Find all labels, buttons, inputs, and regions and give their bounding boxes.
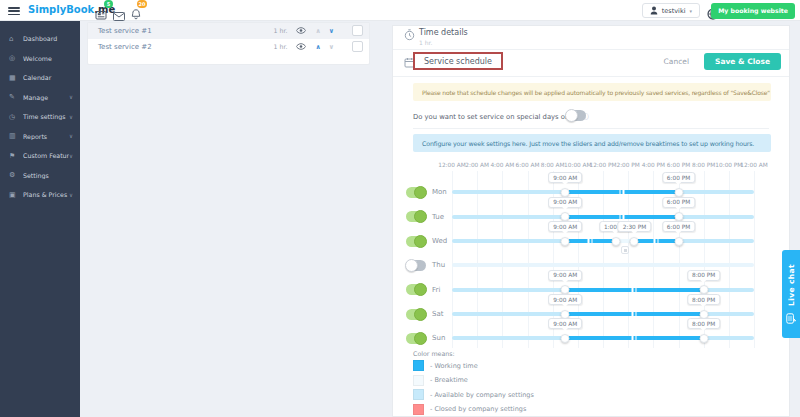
slider-handle[interactable]	[674, 212, 683, 221]
legend-swatch	[413, 404, 424, 415]
legend-row: - Working time	[413, 360, 534, 371]
eye-icon[interactable]	[296, 43, 306, 50]
legend-swatch	[413, 360, 424, 371]
day-toggle-sat[interactable]	[406, 309, 426, 320]
move-up-icon[interactable]: ∧	[315, 27, 320, 35]
divider	[393, 49, 789, 50]
day-toggle-wed[interactable]	[406, 236, 426, 247]
special-days-toggle[interactable]	[566, 110, 586, 121]
segment-drag-grip[interactable]	[653, 238, 660, 245]
day-label: Sat	[432, 310, 443, 318]
slider-handle[interactable]	[699, 334, 708, 343]
move-down-icon[interactable]: ∨	[329, 43, 334, 51]
time-slider-track[interactable]	[452, 190, 754, 194]
slider-handle[interactable]	[630, 237, 639, 246]
chevron-down-icon: ∨	[69, 153, 73, 159]
time-details-title[interactable]: Time details	[419, 28, 468, 37]
sidebar-item-label: Reports	[23, 133, 69, 140]
slider-handle[interactable]	[561, 237, 570, 246]
service-checkbox[interactable]	[352, 41, 363, 52]
news-icon	[95, 10, 107, 20]
day-toggle-mon[interactable]	[406, 187, 426, 198]
slider-handle[interactable]	[674, 237, 683, 246]
my-booking-website-button[interactable]: My booking website	[711, 3, 795, 19]
legend-label: - Working time	[430, 362, 478, 370]
legend-swatch	[413, 375, 424, 386]
save-close-button[interactable]: Save & Close	[704, 53, 781, 70]
sidebar-item-dashboard[interactable]: ⌂Dashboard	[0, 29, 80, 49]
slider-handle[interactable]	[699, 285, 708, 294]
day-row-thu: Thu	[393, 255, 791, 275]
day-toggle-fri[interactable]	[406, 284, 426, 295]
sidebar-item-manage[interactable]: ✎Manage∨	[0, 88, 80, 108]
slider-handle[interactable]	[561, 285, 570, 294]
divider	[413, 128, 769, 129]
bell-icon	[131, 9, 141, 20]
hamburger-menu-icon[interactable]	[8, 7, 20, 15]
messages-button[interactable]	[113, 6, 125, 25]
sidebar-item-time-settings[interactable]: ◷Time settings∨	[0, 107, 80, 127]
segment-drag-grip[interactable]	[587, 238, 594, 245]
sidebar-item-label: Manage	[23, 94, 69, 101]
day-toggle-sun[interactable]	[406, 333, 426, 344]
segment-drag-grip[interactable]	[631, 311, 638, 318]
move-down-icon[interactable]: ∨	[329, 27, 334, 35]
time-bubble: 9:00 AM	[548, 270, 582, 281]
user-menu-button[interactable]: testviki ▾	[642, 3, 700, 18]
service-row[interactable]: Test service #11 hr.∧∨	[88, 23, 369, 39]
axis-tick-label: 2:00 AM	[465, 162, 489, 168]
sidebar-item-custom-features[interactable]: ⚑Custom Features∨	[0, 146, 80, 166]
time-slider-track	[452, 263, 754, 267]
slider-handle[interactable]	[561, 212, 570, 221]
chevron-down-icon: ∨	[69, 192, 73, 198]
day-toggle-tue[interactable]	[406, 211, 426, 222]
sidebar-item-calendar[interactable]: ▦Calendar	[0, 68, 80, 88]
time-bubble: 6:00 PM	[662, 197, 695, 208]
time-slider-track[interactable]	[452, 215, 754, 219]
move-up-icon[interactable]: ∧	[315, 43, 320, 51]
logo-text-simplybook: SimplyBook	[28, 4, 94, 15]
eye-icon[interactable]	[296, 27, 306, 34]
service-name: Test service #2	[98, 43, 273, 51]
sidebar-item-reports[interactable]: ▥Reports∨	[0, 127, 80, 147]
slider-handle[interactable]	[611, 237, 620, 246]
dashboard-icon: ⌂	[9, 35, 23, 43]
segment-drag-grip[interactable]	[618, 189, 625, 196]
divider	[393, 76, 789, 77]
welcome-icon: ◎	[9, 54, 23, 62]
segment-drag-grip[interactable]	[631, 335, 638, 342]
live-chat-tab[interactable]: Live chat	[782, 250, 800, 338]
news-button[interactable]: 5	[95, 5, 107, 24]
service-checkbox[interactable]	[352, 25, 363, 36]
cancel-button[interactable]: Cancel	[664, 57, 689, 66]
sidebar-item-label: Calendar	[23, 74, 73, 81]
week-schedule: 12:00 AM2:00 AM4:00 AM6:00 AM8:00 AM10:0…	[393, 161, 791, 417]
sidebar-item-settings[interactable]: ⚙Settings	[0, 166, 80, 186]
legend-row: - Closed by company settings	[413, 404, 534, 415]
schedule-warning-notice: Please note that schedule changes will b…	[413, 83, 771, 101]
remove-breaktime-button[interactable]	[621, 246, 629, 254]
service-row[interactable]: Test service #21 hr.∧∨	[88, 39, 369, 55]
service-duration: 1 hr.	[273, 27, 287, 34]
legend-row: - Breaktime	[413, 375, 534, 386]
segment-drag-grip[interactable]	[618, 213, 625, 220]
time-slider-track[interactable]	[452, 288, 754, 292]
settings-icon: ⚙	[9, 171, 23, 179]
time-slider-track[interactable]	[452, 312, 754, 316]
slider-handle[interactable]	[561, 334, 570, 343]
time-slider-track[interactable]	[452, 239, 754, 243]
legend-label: - Breaktime	[430, 376, 468, 384]
service-schedule-title[interactable]: Service schedule	[424, 57, 492, 66]
day-toggle-thu[interactable]	[406, 260, 426, 271]
axis-tick-label: 10:00 PM	[715, 162, 742, 168]
time-bubble: 8:00 PM	[687, 270, 720, 281]
segment-drag-grip[interactable]	[631, 286, 638, 293]
time-slider-track[interactable]	[452, 336, 754, 340]
slider-handle[interactable]	[561, 188, 570, 197]
schedule-help-notice: Configure your week settings here. Just …	[413, 134, 771, 152]
axis-tick-label: 4:00 AM	[490, 162, 514, 168]
notifications-button[interactable]: 20	[131, 5, 141, 24]
sidebar-item-welcome[interactable]: ◎Welcome	[0, 49, 80, 69]
sidebar-item-plans-prices[interactable]: ▣Plans & Prices∨	[0, 185, 80, 205]
slider-handle[interactable]	[674, 188, 683, 197]
